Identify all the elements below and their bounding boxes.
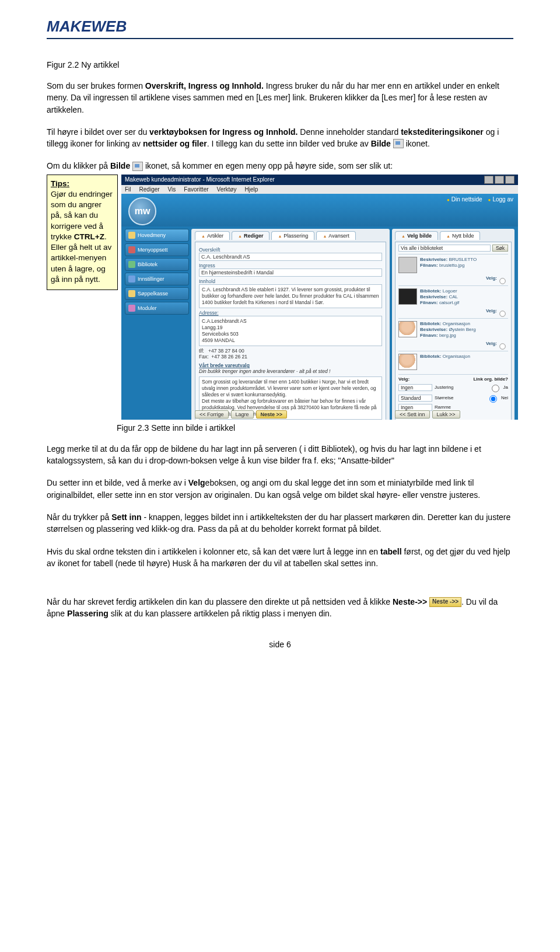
meta-bib: Logoer: [443, 288, 457, 294]
image-meta: Bibliotek: Organisasjon: [420, 354, 508, 370]
image-panel-buttons: << Sett inn Lukk >>: [395, 410, 460, 419]
search-row: Vis alle i biblioteket Søk: [398, 245, 508, 252]
menu-item[interactable]: Hjelp: [244, 186, 258, 193]
linkorg-label: Link org. bilde?: [473, 376, 508, 382]
tab-avansert[interactable]: Avansert: [316, 231, 355, 240]
paragraph-8: Når du har skrevet ferdig artikkelen din…: [47, 596, 513, 620]
close-icon[interactable]: [505, 176, 514, 184]
btn-lagre[interactable]: Lagre: [231, 410, 254, 419]
trash-icon: [128, 290, 135, 297]
heading-vart: Vårt brede vareutvalg: [199, 362, 382, 368]
sidebar-item-innstillinger[interactable]: Innstillinger: [125, 273, 189, 285]
menu-item[interactable]: Verktøy: [217, 186, 237, 193]
sidebar-item-soppelkasse[interactable]: Søppelkasse: [125, 287, 189, 300]
value-tlf: +47 38 27 84 00: [208, 348, 244, 354]
text-bold: Sett inn: [111, 512, 141, 522]
meta-bib: Organisasjon: [443, 321, 470, 326]
line-vart: Din butikk trenger ingen andre leverandø…: [199, 368, 382, 375]
btn-neste[interactable]: Neste >>: [256, 410, 288, 419]
field-ingress[interactable]: En hjørnesteinsbedrift i Mandal: [199, 268, 382, 277]
right-tabs: Velg bilde Nytt bilde: [395, 231, 512, 240]
text-bold: Neste->>: [393, 597, 429, 606]
thumbnail-icon: [398, 321, 417, 337]
value-fax: +47 38 26 26 21: [211, 354, 247, 360]
sidebar-label: Innstillinger: [138, 276, 164, 282]
tab-rediger[interactable]: Rediger: [232, 231, 270, 240]
tips-title: Tips:: [51, 179, 69, 188]
makeweb-logo: MAKEWEB: [47, 18, 127, 35]
btn-sok[interactable]: Søk: [492, 245, 508, 252]
tab-velgbilde[interactable]: Velg bilde: [395, 231, 438, 240]
sidebar-item-menyoppsett[interactable]: Menyoppsett: [125, 243, 189, 256]
field-overskrift[interactable]: C.A. Leschbrandt AS: [199, 253, 382, 261]
browser-menubar: Fil Rediger Vis Favoritter Verktøy Hjelp: [121, 185, 518, 194]
text: slik at du kan plassere artikkelen på ri…: [108, 609, 332, 618]
image-list: Vis alle i biblioteket Søk Beskrivelse: …: [395, 242, 512, 420]
sidebar-label: Moduler: [138, 305, 157, 311]
velg-label: Velg:: [486, 341, 497, 350]
maximize-icon[interactable]: [495, 176, 504, 184]
figure-2-3-caption: Figur 2.3 Sette inn bilde i artikkel: [117, 423, 513, 433]
opt-radio[interactable]: [492, 385, 499, 392]
tab-artikler[interactable]: Artikler: [195, 231, 230, 240]
app-header: mw Din nettside Logg av: [121, 194, 518, 226]
opt-label: Justering: [435, 385, 487, 390]
opt-radio[interactable]: [489, 395, 497, 403]
thumbnail-icon: [398, 257, 417, 273]
center-tabs: Artikler Rediger Plassering Avansert: [195, 231, 386, 240]
text: ikonet.: [404, 139, 430, 148]
menu-item[interactable]: Favoritter: [184, 186, 208, 193]
opt-label: Ramme: [435, 404, 508, 410]
tab-nyttbilde[interactable]: Nytt bilde: [440, 231, 480, 240]
velg-radio[interactable]: [499, 278, 505, 284]
link-loggav[interactable]: Logg av: [488, 196, 513, 203]
editor-panel: Artikler Rediger Plassering Avansert Ove…: [191, 229, 390, 420]
opt-select[interactable]: Standard: [398, 395, 432, 402]
sidebar-label: Hovedmeny: [138, 232, 166, 238]
menu-item[interactable]: Rediger: [139, 186, 160, 193]
opt-select[interactable]: Ingen: [398, 384, 432, 391]
menu-item[interactable]: Fil: [125, 186, 131, 193]
sidebar-item-bibliotek[interactable]: Bibliotek: [125, 258, 189, 271]
text-bold: tabell: [380, 547, 402, 556]
velg-row: Velg:: [398, 308, 508, 318]
field-innhold[interactable]: C.A. Leschbrandt AS ble etablert i 1927.…: [199, 284, 382, 308]
page-number: side 6: [47, 640, 513, 649]
image-entry: Bibliotek: OrganisasjonBeskrivelse: Øyst…: [398, 318, 508, 340]
menu-item[interactable]: Vis: [168, 186, 176, 193]
text: Hvis du skal ordne teksten din i artikke…: [47, 547, 380, 556]
label-tlf: tlf:: [199, 348, 204, 354]
settings-icon: [128, 276, 135, 283]
option-row: StandardStørrelseNei: [398, 393, 508, 403]
velg-radio[interactable]: [499, 311, 505, 316]
velg-radio[interactable]: [499, 343, 505, 349]
paragraph-5: Du setter inn et bilde, ved å merke av i…: [47, 477, 513, 501]
minimize-icon[interactable]: [484, 176, 494, 184]
image-meta: Beskrivelse: BRUSLETTOFilnavn: brusletto…: [420, 257, 508, 273]
header-bar: MAKEWEB: [47, 18, 513, 39]
tab-plassering[interactable]: Plassering: [271, 231, 314, 240]
opt-value: Nei: [501, 395, 508, 400]
btn-settinn[interactable]: << Sett inn: [395, 410, 430, 419]
contact-row: tlf: +47 38 27 84 00 Fax: +47 38 26 26 2…: [199, 348, 382, 360]
figure-2-2-caption: Figur 2.2 Ny artikkel: [47, 60, 513, 69]
link-nettside[interactable]: Din nettside: [447, 196, 482, 203]
label-innhold: Innhold: [199, 278, 382, 284]
select-visalle[interactable]: Vis alle i biblioteket: [398, 245, 491, 252]
paragraph-6: Når du trykker på Sett inn - knappen, le…: [47, 511, 513, 535]
window-buttons: [484, 176, 514, 184]
sidebar-item-hovedmeny[interactable]: Hovedmeny: [125, 229, 189, 242]
paragraph-4: Legg merke til at du da får opp de bilde…: [47, 443, 513, 467]
sidebar: Hovedmeny Menyoppsett Bibliotek Innstill…: [125, 229, 189, 420]
window-titlebar: Makeweb kundeadministrator - Microsoft I…: [121, 175, 518, 185]
text: . I tillegg kan du sette inn bilder ved …: [207, 139, 371, 148]
btn-forrige[interactable]: << Forrige: [195, 410, 229, 419]
image-icon: [393, 139, 404, 148]
meta-bib: Organisasjon: [443, 354, 470, 359]
thumbnail-icon: [398, 354, 417, 370]
field-adresse[interactable]: C.A.Leschbrandt AS Langg.19 Serviceboks …: [199, 316, 382, 346]
app-screenshot: Makeweb kundeadministrator - Microsoft I…: [121, 175, 518, 420]
btn-lukk[interactable]: Lukk >>: [432, 410, 460, 419]
paragraph-intro-1: Som du ser brukes formen Overskrift, Ing…: [47, 80, 513, 116]
sidebar-item-moduler[interactable]: Moduler: [125, 302, 189, 315]
